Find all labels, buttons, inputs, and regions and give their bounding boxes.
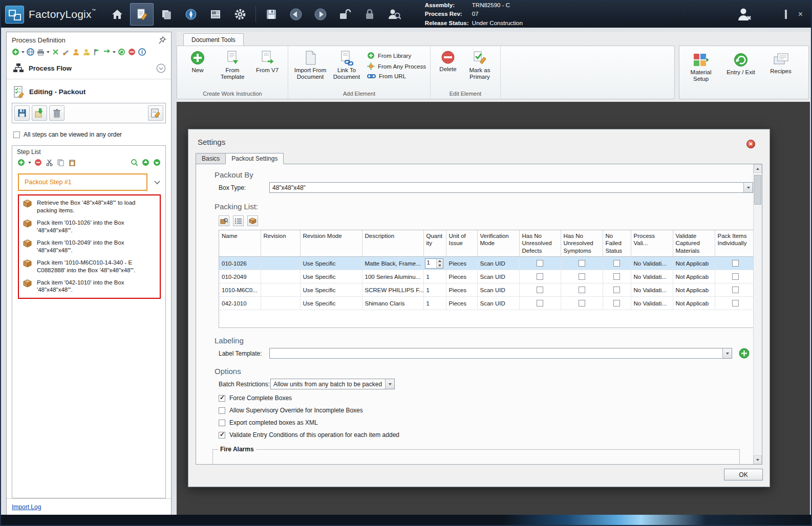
from-v7-button[interactable]: From V7: [251, 48, 284, 76]
cell-quantity[interactable]: 1: [423, 257, 446, 270]
scroll-up-button[interactable]: [754, 164, 762, 173]
save-button[interactable]: [260, 3, 283, 26]
cell-process-validation[interactable]: No Validati...: [631, 297, 673, 310]
move-down-icon[interactable]: [153, 158, 161, 167]
cell-revision-mode[interactable]: Use Specific: [300, 270, 362, 283]
cell-validate-captured[interactable]: Not Applicab: [673, 297, 715, 310]
pack-individually-checkbox[interactable]: [732, 300, 739, 306]
paste-step-icon[interactable]: [68, 158, 76, 167]
col-name[interactable]: Name: [219, 230, 261, 257]
add-dropdown-icon[interactable]: [22, 51, 25, 53]
selected-step-box[interactable]: Packout Step #1: [18, 173, 147, 191]
failed-status-checkbox[interactable]: [613, 287, 620, 293]
failed-status-checkbox[interactable]: [613, 300, 620, 306]
cell-revision-mode[interactable]: Use Specific: [300, 257, 362, 270]
cut-icon[interactable]: [51, 48, 60, 56]
cell-process-validation[interactable]: No Validati...: [631, 270, 673, 283]
col-validate-captured-materials[interactable]: Validate Captured Materials: [673, 230, 715, 257]
failed-status-checkbox[interactable]: [613, 260, 620, 267]
print-dropdown-icon[interactable]: [47, 51, 50, 53]
import-log-link[interactable]: Import Log: [12, 503, 41, 511]
step-action-row[interactable]: Pack item '010-2049' into the Box '48"x4…: [20, 237, 159, 257]
forward-button[interactable]: [309, 3, 332, 26]
cell-revision-mode[interactable]: Use Specific: [300, 297, 362, 310]
symptoms-checkbox[interactable]: [579, 260, 585, 267]
zoom-step-icon[interactable]: [130, 158, 139, 167]
view-item-button[interactable]: [219, 215, 229, 226]
cell-description[interactable]: Matte Black, Frame...: [362, 257, 423, 270]
col-pack-items-individually[interactable]: Pack Items Individually: [715, 230, 753, 257]
collapse-circle-icon[interactable]: [156, 63, 166, 73]
cell-name[interactable]: 010-1026: [219, 257, 261, 270]
settings-button[interactable]: [228, 3, 252, 26]
spinner-arrows-icon[interactable]: [436, 259, 443, 268]
label-template-select[interactable]: [269, 348, 732, 359]
stop-icon[interactable]: [127, 48, 136, 56]
mark-as-primary-button[interactable]: Mark as Primary: [463, 48, 496, 82]
symptoms-checkbox[interactable]: [579, 273, 585, 280]
view-any-order-checkbox[interactable]: [13, 132, 20, 138]
tab-packout-settings[interactable]: Packout Settings: [225, 153, 284, 164]
cell-revision-mode[interactable]: Use Specific: [300, 283, 362, 297]
failed-status-checkbox[interactable]: [613, 273, 620, 280]
process-editor-button[interactable]: [130, 3, 154, 26]
delete-element-button[interactable]: Delete: [435, 48, 461, 75]
col-has-no-unresolved-symptoms[interactable]: Has No Unresolved Symptoms: [561, 230, 603, 257]
lock-button[interactable]: [358, 3, 381, 26]
cell-description[interactable]: SCREW PHILLIPS F...: [362, 283, 423, 297]
cell-quantity[interactable]: 1: [423, 297, 446, 310]
cell-process-validation[interactable]: No Validati...: [631, 283, 673, 297]
symptoms-checkbox[interactable]: [579, 300, 585, 306]
copy-button[interactable]: [155, 3, 178, 26]
dialog-close-button[interactable]: ✕: [746, 140, 755, 148]
defects-checkbox[interactable]: [537, 260, 543, 267]
cut-step-icon[interactable]: [45, 158, 54, 167]
close-button[interactable]: ×: [798, 10, 803, 18]
cell-verification[interactable]: Scan UID: [477, 297, 519, 310]
col-no-failed-status[interactable]: No Failed Status: [603, 230, 631, 257]
table-row[interactable]: 042-1010 Use Specific Shimano Claris 1 P…: [219, 297, 753, 310]
step-expand-chevron-icon[interactable]: [154, 180, 161, 185]
transfer-dropdown-icon[interactable]: [113, 51, 116, 53]
table-row[interactable]: 010-1026 Use Specific Matte Black, Frame…: [219, 257, 753, 270]
cell-name[interactable]: 1010-M6C0...: [219, 283, 261, 297]
col-quantity[interactable]: Quantity: [423, 230, 446, 257]
pack-individually-checkbox[interactable]: [732, 260, 739, 267]
cell-process-validation[interactable]: No Validati...: [631, 257, 673, 270]
col-revision[interactable]: Revision: [261, 230, 300, 257]
ok-button[interactable]: OK: [724, 469, 763, 480]
recipes-button[interactable]: Recipes: [764, 50, 797, 98]
defects-checkbox[interactable]: [537, 300, 543, 306]
cell-unit[interactable]: Pieces: [446, 257, 477, 270]
add-step-icon[interactable]: [17, 158, 26, 167]
pack-individually-checkbox[interactable]: [732, 287, 739, 293]
batch-restrictions-select[interactable]: Allow units from any batch to be packed: [270, 379, 395, 389]
step-action-row[interactable]: Pack item '042-1010' into the Box '48"x4…: [20, 277, 159, 297]
cell-validate-captured[interactable]: Not Applicab: [673, 283, 715, 297]
tools-icon[interactable]: [61, 48, 70, 56]
scrollbar-thumb[interactable]: [754, 175, 761, 205]
print-icon[interactable]: [36, 48, 45, 56]
logout-user-button[interactable]: [732, 3, 756, 26]
cell-verification[interactable]: Scan UID: [477, 257, 519, 270]
cell-validate-captured[interactable]: Not Applicab: [673, 270, 715, 283]
col-revision-mode[interactable]: Revision Mode: [300, 230, 362, 257]
add-process-icon[interactable]: [11, 48, 20, 56]
defects-checkbox[interactable]: [537, 273, 543, 280]
transfer-icon[interactable]: [102, 48, 111, 56]
table-row[interactable]: 1010-M6C0... Use Specific SCREW PHILLIPS…: [219, 283, 753, 297]
delete-step-button[interactable]: [49, 105, 65, 121]
tab-basics[interactable]: Basics: [196, 153, 226, 164]
navigator-button[interactable]: [179, 3, 203, 26]
box-type-select[interactable]: 48"x48"x48": [269, 182, 753, 193]
col-verification-mode[interactable]: Verification Mode: [477, 230, 519, 257]
find-user-button[interactable]: [382, 3, 406, 26]
cell-validate-captured[interactable]: Not Applicab: [673, 257, 715, 270]
new-button[interactable]: New: [181, 48, 214, 76]
dialog-scrollbar[interactable]: [753, 164, 762, 464]
from-any-process-button[interactable]: From Any Process: [367, 62, 426, 70]
force-complete-boxes-checkbox[interactable]: [219, 395, 225, 402]
cell-verification[interactable]: Scan UID: [477, 270, 519, 283]
symptoms-checkbox[interactable]: [579, 287, 585, 293]
move-up-icon[interactable]: [141, 158, 150, 167]
